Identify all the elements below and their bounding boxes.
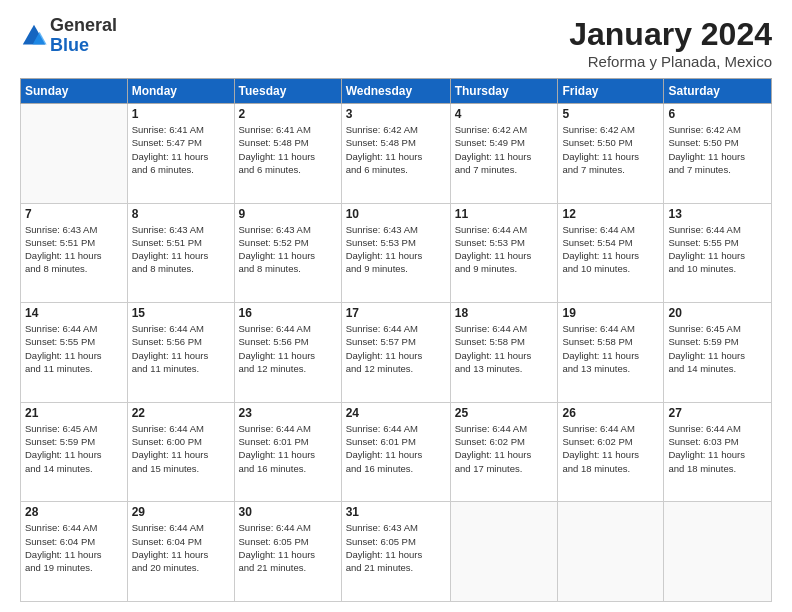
day-info: Sunrise: 6:41 AMSunset: 5:47 PMDaylight:…	[132, 123, 230, 176]
day-cell: 26Sunrise: 6:44 AMSunset: 6:02 PMDayligh…	[558, 402, 664, 502]
week-row-5: 28Sunrise: 6:44 AMSunset: 6:04 PMDayligh…	[21, 502, 772, 602]
page: General Blue January 2024 Reforma y Plan…	[0, 0, 792, 612]
day-cell	[21, 104, 128, 204]
logo-general: General	[50, 16, 117, 36]
day-cell: 10Sunrise: 6:43 AMSunset: 5:53 PMDayligh…	[341, 203, 450, 303]
day-cell: 22Sunrise: 6:44 AMSunset: 6:00 PMDayligh…	[127, 402, 234, 502]
day-number: 6	[668, 107, 767, 121]
day-cell	[450, 502, 558, 602]
day-cell: 30Sunrise: 6:44 AMSunset: 6:05 PMDayligh…	[234, 502, 341, 602]
day-cell: 17Sunrise: 6:44 AMSunset: 5:57 PMDayligh…	[341, 303, 450, 403]
day-number: 25	[455, 406, 554, 420]
day-info: Sunrise: 6:43 AMSunset: 5:53 PMDaylight:…	[346, 223, 446, 276]
header-row: SundayMondayTuesdayWednesdayThursdayFrid…	[21, 79, 772, 104]
day-number: 18	[455, 306, 554, 320]
day-number: 20	[668, 306, 767, 320]
day-cell: 12Sunrise: 6:44 AMSunset: 5:54 PMDayligh…	[558, 203, 664, 303]
day-number: 9	[239, 207, 337, 221]
day-cell: 28Sunrise: 6:44 AMSunset: 6:04 PMDayligh…	[21, 502, 128, 602]
day-info: Sunrise: 6:44 AMSunset: 5:54 PMDaylight:…	[562, 223, 659, 276]
day-cell: 13Sunrise: 6:44 AMSunset: 5:55 PMDayligh…	[664, 203, 772, 303]
day-number: 23	[239, 406, 337, 420]
day-info: Sunrise: 6:42 AMSunset: 5:50 PMDaylight:…	[668, 123, 767, 176]
day-number: 26	[562, 406, 659, 420]
day-info: Sunrise: 6:42 AMSunset: 5:49 PMDaylight:…	[455, 123, 554, 176]
day-info: Sunrise: 6:44 AMSunset: 5:58 PMDaylight:…	[562, 322, 659, 375]
day-info: Sunrise: 6:42 AMSunset: 5:48 PMDaylight:…	[346, 123, 446, 176]
day-number: 21	[25, 406, 123, 420]
day-number: 5	[562, 107, 659, 121]
day-info: Sunrise: 6:44 AMSunset: 5:57 PMDaylight:…	[346, 322, 446, 375]
day-cell: 11Sunrise: 6:44 AMSunset: 5:53 PMDayligh…	[450, 203, 558, 303]
day-number: 1	[132, 107, 230, 121]
day-cell: 14Sunrise: 6:44 AMSunset: 5:55 PMDayligh…	[21, 303, 128, 403]
day-cell: 19Sunrise: 6:44 AMSunset: 5:58 PMDayligh…	[558, 303, 664, 403]
day-cell: 7Sunrise: 6:43 AMSunset: 5:51 PMDaylight…	[21, 203, 128, 303]
day-cell: 23Sunrise: 6:44 AMSunset: 6:01 PMDayligh…	[234, 402, 341, 502]
day-info: Sunrise: 6:42 AMSunset: 5:50 PMDaylight:…	[562, 123, 659, 176]
logo-text: General Blue	[50, 16, 117, 56]
day-cell: 25Sunrise: 6:44 AMSunset: 6:02 PMDayligh…	[450, 402, 558, 502]
day-cell: 6Sunrise: 6:42 AMSunset: 5:50 PMDaylight…	[664, 104, 772, 204]
col-header-saturday: Saturday	[664, 79, 772, 104]
day-info: Sunrise: 6:44 AMSunset: 6:00 PMDaylight:…	[132, 422, 230, 475]
logo-blue: Blue	[50, 36, 117, 56]
day-info: Sunrise: 6:44 AMSunset: 6:03 PMDaylight:…	[668, 422, 767, 475]
day-number: 31	[346, 505, 446, 519]
col-header-friday: Friday	[558, 79, 664, 104]
day-cell	[558, 502, 664, 602]
day-cell: 20Sunrise: 6:45 AMSunset: 5:59 PMDayligh…	[664, 303, 772, 403]
day-info: Sunrise: 6:44 AMSunset: 5:53 PMDaylight:…	[455, 223, 554, 276]
day-info: Sunrise: 6:44 AMSunset: 6:01 PMDaylight:…	[346, 422, 446, 475]
day-cell: 29Sunrise: 6:44 AMSunset: 6:04 PMDayligh…	[127, 502, 234, 602]
day-cell: 24Sunrise: 6:44 AMSunset: 6:01 PMDayligh…	[341, 402, 450, 502]
day-number: 3	[346, 107, 446, 121]
day-number: 29	[132, 505, 230, 519]
day-info: Sunrise: 6:45 AMSunset: 5:59 PMDaylight:…	[25, 422, 123, 475]
day-cell: 21Sunrise: 6:45 AMSunset: 5:59 PMDayligh…	[21, 402, 128, 502]
day-info: Sunrise: 6:43 AMSunset: 5:51 PMDaylight:…	[25, 223, 123, 276]
header: General Blue January 2024 Reforma y Plan…	[20, 16, 772, 70]
day-info: Sunrise: 6:43 AMSunset: 5:51 PMDaylight:…	[132, 223, 230, 276]
day-info: Sunrise: 6:41 AMSunset: 5:48 PMDaylight:…	[239, 123, 337, 176]
day-number: 13	[668, 207, 767, 221]
day-number: 17	[346, 306, 446, 320]
day-number: 4	[455, 107, 554, 121]
day-number: 19	[562, 306, 659, 320]
week-row-3: 14Sunrise: 6:44 AMSunset: 5:55 PMDayligh…	[21, 303, 772, 403]
week-row-1: 1Sunrise: 6:41 AMSunset: 5:47 PMDaylight…	[21, 104, 772, 204]
day-cell: 2Sunrise: 6:41 AMSunset: 5:48 PMDaylight…	[234, 104, 341, 204]
week-row-4: 21Sunrise: 6:45 AMSunset: 5:59 PMDayligh…	[21, 402, 772, 502]
day-info: Sunrise: 6:44 AMSunset: 6:01 PMDaylight:…	[239, 422, 337, 475]
day-info: Sunrise: 6:44 AMSunset: 6:04 PMDaylight:…	[132, 521, 230, 574]
day-number: 27	[668, 406, 767, 420]
day-cell: 3Sunrise: 6:42 AMSunset: 5:48 PMDaylight…	[341, 104, 450, 204]
day-info: Sunrise: 6:44 AMSunset: 6:05 PMDaylight:…	[239, 521, 337, 574]
day-cell: 8Sunrise: 6:43 AMSunset: 5:51 PMDaylight…	[127, 203, 234, 303]
day-info: Sunrise: 6:44 AMSunset: 5:55 PMDaylight:…	[668, 223, 767, 276]
week-row-2: 7Sunrise: 6:43 AMSunset: 5:51 PMDaylight…	[21, 203, 772, 303]
day-cell: 5Sunrise: 6:42 AMSunset: 5:50 PMDaylight…	[558, 104, 664, 204]
day-cell: 31Sunrise: 6:43 AMSunset: 6:05 PMDayligh…	[341, 502, 450, 602]
day-number: 10	[346, 207, 446, 221]
day-number: 7	[25, 207, 123, 221]
day-number: 22	[132, 406, 230, 420]
logo-icon	[20, 22, 48, 50]
day-number: 24	[346, 406, 446, 420]
day-info: Sunrise: 6:43 AMSunset: 6:05 PMDaylight:…	[346, 521, 446, 574]
day-info: Sunrise: 6:44 AMSunset: 6:02 PMDaylight:…	[562, 422, 659, 475]
calendar-table: SundayMondayTuesdayWednesdayThursdayFrid…	[20, 78, 772, 602]
day-info: Sunrise: 6:44 AMSunset: 5:56 PMDaylight:…	[239, 322, 337, 375]
day-info: Sunrise: 6:44 AMSunset: 6:04 PMDaylight:…	[25, 521, 123, 574]
col-header-monday: Monday	[127, 79, 234, 104]
day-cell: 16Sunrise: 6:44 AMSunset: 5:56 PMDayligh…	[234, 303, 341, 403]
day-number: 30	[239, 505, 337, 519]
day-number: 2	[239, 107, 337, 121]
day-number: 12	[562, 207, 659, 221]
col-header-thursday: Thursday	[450, 79, 558, 104]
day-cell: 4Sunrise: 6:42 AMSunset: 5:49 PMDaylight…	[450, 104, 558, 204]
day-info: Sunrise: 6:43 AMSunset: 5:52 PMDaylight:…	[239, 223, 337, 276]
col-header-tuesday: Tuesday	[234, 79, 341, 104]
day-number: 16	[239, 306, 337, 320]
day-info: Sunrise: 6:45 AMSunset: 5:59 PMDaylight:…	[668, 322, 767, 375]
